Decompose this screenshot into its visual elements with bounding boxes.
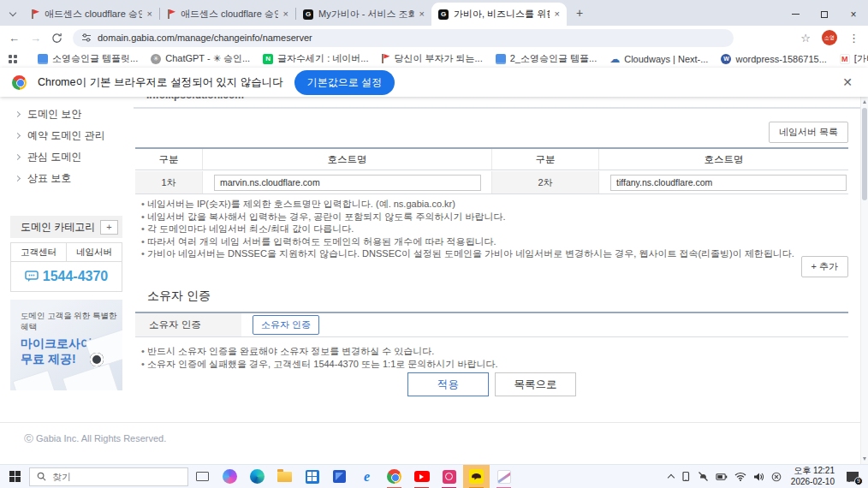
minimize-button[interactable] (781, 3, 810, 26)
ns-host-cell (203, 171, 492, 193)
edge-app-button[interactable] (244, 465, 271, 488)
microsite-promo-banner[interactable]: 도메인 고객을 위한 특별한 혜택 마이크로사이트무료 제공! (10, 300, 122, 390)
action-center-button[interactable]: 9 (844, 468, 861, 485)
bookmark-item[interactable]: M[가비아] 인증번호... (840, 52, 868, 65)
add-nameserver-button[interactable]: + 추가 (801, 256, 848, 277)
nameserver-list-button[interactable]: 네임서버 목록 (769, 122, 848, 143)
chatgpt-icon: ✳ (151, 54, 161, 64)
tray-battery-icon[interactable] (716, 472, 728, 482)
clock-date: 2026-02-10 (791, 477, 835, 488)
browser-tab-4-active[interactable]: G 가비아, 비즈니스를 위한 IT : 도 × (431, 3, 567, 26)
sidebar-item-domain-security[interactable]: 도메인 보안 (0, 104, 134, 125)
youtube-app-button[interactable] (408, 465, 435, 488)
browser-tab-2[interactable]: 애드센스 cloudflare 승인이 안 × (160, 3, 295, 26)
maximize-icon (821, 11, 828, 18)
main-content: info.kpsolution.com 네임서버 목록 구분 호스트명 구분 호… (135, 97, 848, 464)
pink-app-button[interactable] (436, 465, 462, 488)
ms-store-icon (306, 470, 319, 484)
internet-explorer-button[interactable]: e (354, 465, 380, 488)
url-text: domain.gabia.com/manage/changeinfo/names… (98, 33, 312, 43)
apply-button[interactable]: 적용 (407, 372, 489, 396)
chevron-right-icon (15, 111, 21, 117)
tray-device-icon[interactable] (681, 471, 691, 482)
nameserver-table-header: 구분 호스트명 구분 호스트명 (135, 147, 848, 170)
bookmark-star-icon[interactable]: ☆ (800, 32, 811, 45)
note-line: 소유자 인증에 실패했을 경우, 고객센터 1544-4370 또는 1:1로 … (141, 358, 497, 371)
start-button[interactable] (0, 465, 29, 488)
bookmark-item[interactable]: ☁Cloudways | Next-... (609, 54, 708, 64)
secondary-nameserver-input[interactable] (610, 175, 847, 191)
address-bar[interactable]: domain.gabia.com/manage/changeinfo/names… (73, 29, 734, 47)
tab-close-icon[interactable]: × (555, 9, 560, 19)
taskbar-clock[interactable]: 오후 12:21 2026-02-10 (791, 466, 835, 487)
hidden-icons-chevron-icon[interactable] (668, 474, 675, 481)
internet-explorer-icon: e (364, 469, 370, 485)
tray-volume-icon[interactable] (753, 472, 764, 482)
owner-notes: 반드시 소유자 인증을 완료해야 소유자 정보를 변경하실 수 있습니다. 소유… (141, 345, 497, 370)
blue-box-app-button[interactable] (326, 465, 353, 488)
bookmark-item[interactable]: ✳ChatGPT - ✳ 승인... (151, 52, 250, 65)
back-to-list-button[interactable]: 목록으로 (495, 372, 576, 396)
category-add-button[interactable]: + (100, 220, 118, 235)
bookmark-item[interactable]: N글자수세기 : 네이버... (263, 52, 368, 65)
tab-title: My가비아 - 서비스 조회, 비용 (318, 8, 414, 21)
copilot-icon (223, 469, 237, 484)
kakaotalk-app-button[interactable] (463, 465, 490, 488)
scroll-down-icon[interactable] (863, 457, 866, 461)
taskbar-search[interactable] (29, 467, 188, 486)
tray-wifi-icon[interactable] (734, 472, 746, 481)
ms-store-button[interactable] (299, 465, 325, 488)
set-default-button[interactable]: 기본값으로 설정 (294, 70, 395, 95)
brush-app-button[interactable] (490, 465, 517, 488)
refresh-icon[interactable] (51, 33, 62, 44)
file-explorer-button[interactable] (271, 465, 298, 488)
maximize-button[interactable] (810, 3, 839, 26)
forward-icon[interactable]: → (30, 32, 41, 45)
apps-grid-icon[interactable] (9, 55, 17, 63)
tray-dismiss-icon[interactable] (771, 472, 782, 482)
tab-customer-center[interactable]: 고객센터 (11, 243, 66, 261)
bookmark-item[interactable]: 소영승인글 템플릿... (38, 52, 138, 65)
browser-menu-icon[interactable]: ⋮ (848, 32, 859, 45)
browser-tab-3[interactable]: G My가비아 - 서비스 조회, 비용 × (296, 3, 431, 26)
bookmark-item[interactable]: 당신이 부자가 되는... (381, 52, 482, 65)
scrollbar-thumb[interactable] (862, 108, 867, 200)
page-scrollbar[interactable] (860, 97, 868, 464)
tab-title: 가비아, 비즈니스를 위한 IT : 도 (454, 8, 550, 21)
tab-close-icon[interactable]: × (283, 9, 288, 19)
tab-close-icon[interactable]: × (147, 9, 152, 19)
primary-nameserver-input[interactable] (214, 175, 481, 191)
site-settings-icon[interactable] (81, 33, 92, 43)
col-header: 호스트명 (203, 149, 492, 170)
close-button[interactable]: × (839, 3, 868, 26)
sidebar-item-watch-domains[interactable]: 관심 도메인 (0, 146, 134, 168)
chrome-app-button[interactable] (381, 465, 407, 488)
banner-caption: 도메인 고객을 위한 특별한 혜택 (21, 311, 122, 333)
sidebar-item-trademark[interactable]: 상표 보호 (0, 168, 134, 189)
gabia-favicon-icon: G (438, 9, 449, 20)
search-input[interactable] (52, 472, 163, 482)
tab-strip: 애드센스 cloudflare 승인이 안 × 애드센스 cloudflare … (0, 0, 868, 26)
sidebar-item-reserved-domains[interactable]: 예약 도메인 관리 (0, 125, 134, 146)
chevron-right-icon (15, 154, 21, 160)
note-line: 가비아 네임서버는 DNSSEC을 지원하지 않습니다. DNSSEC이 설정된… (141, 247, 794, 260)
tab-nameserver[interactable]: 네임서버 (66, 243, 122, 261)
tab-search-chevron-icon[interactable] (9, 9, 16, 16)
wordpress-icon: W (721, 54, 731, 64)
profile-avatar[interactable]: 소영 (822, 30, 837, 45)
new-tab-button[interactable]: + (570, 3, 589, 22)
copilot-app-button[interactable] (217, 465, 243, 488)
scroll-up-icon[interactable] (863, 100, 866, 104)
owner-verify-button[interactable]: 소유자 인증 (253, 315, 319, 335)
clock-time: 오후 12:21 (791, 466, 835, 477)
banner-decoration (12, 370, 56, 390)
task-view-button[interactable] (189, 465, 216, 488)
banner-close-icon[interactable]: ✕ (842, 75, 856, 89)
back-icon[interactable]: ← (9, 32, 20, 45)
browser-tab-1[interactable]: 애드센스 cloudflare 승인이 안 × (24, 3, 159, 26)
bookmark-item[interactable]: 2_소영승인글 템플... (496, 52, 597, 65)
tab-close-icon[interactable]: × (419, 9, 425, 19)
doc-icon (496, 54, 506, 64)
tray-muted-icon[interactable] (698, 471, 709, 482)
bookmark-item[interactable]: Wwordpress-1586715... (721, 54, 826, 64)
